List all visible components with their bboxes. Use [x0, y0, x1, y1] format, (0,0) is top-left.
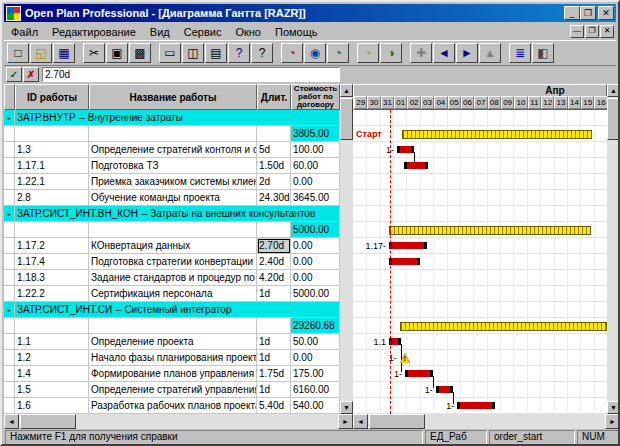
cost-cell[interactable]: 0.00 [291, 238, 340, 254]
name-cell[interactable]: Определение проекта [89, 334, 257, 350]
outline-marker[interactable] [4, 158, 15, 174]
task-bar[interactable] [389, 258, 420, 265]
outline-marker[interactable] [4, 398, 15, 414]
outline-marker[interactable] [4, 334, 15, 350]
table-row[interactable]: 1.1Определение проекта1d50.00 [4, 334, 340, 350]
scroll-left-icon[interactable]: ◄ [353, 414, 368, 429]
group-title-cell[interactable]: ЗАТР.ВНУТР -- Внутренние затраты [15, 110, 340, 126]
clock-actual-button[interactable]: ◑ [380, 43, 402, 63]
outline-marker[interactable] [4, 238, 15, 254]
name-cell[interactable]: Сертификация персонала [89, 286, 257, 302]
id-cell[interactable]: 1.22.1 [15, 174, 89, 190]
save-file-button[interactable]: ▦ [53, 43, 75, 63]
name-cell[interactable]: Подготовка ТЗ [89, 158, 257, 174]
add-activity-button[interactable]: ✚ [410, 43, 432, 63]
selected-duration-cell[interactable]: 2.70d [257, 238, 291, 254]
name-cell[interactable]: Подготовка стратегии конвертации [89, 254, 257, 270]
cost-cell[interactable]: 540.00 [291, 398, 340, 414]
table-row[interactable]: 1.18.3Задание стандартов и процедур по д… [4, 270, 340, 286]
name-cell[interactable]: Разработка рабочих планов проекта [89, 398, 257, 414]
open-file-button[interactable]: ◱ [30, 43, 52, 63]
outline-marker[interactable] [4, 366, 15, 382]
name-cell[interactable]: Определение стратегий управления и [89, 382, 257, 398]
scroll-right-icon[interactable]: ► [338, 414, 353, 429]
outline-marker[interactable]: - [4, 110, 15, 126]
window-maximize-button[interactable]: ❐ [580, 6, 596, 20]
scroll-right-icon[interactable]: ► [605, 414, 620, 429]
outline-marker[interactable]: - [4, 206, 15, 222]
summary-bar[interactable] [402, 130, 592, 139]
id-cell[interactable]: 1.1 [15, 334, 89, 350]
menu-edit[interactable]: Редактирование [45, 24, 143, 40]
cost-cell[interactable]: 0.00 [291, 350, 340, 366]
duration-cell[interactable]: 24.30d [257, 190, 291, 206]
task-bar[interactable] [457, 402, 494, 409]
menu-file[interactable]: Файл [4, 24, 45, 40]
mdi-restore-button[interactable]: ❐ [585, 25, 599, 38]
cost-cell[interactable]: 0.00 [291, 270, 340, 286]
outline-marker[interactable] [4, 142, 15, 158]
header-duration[interactable]: Длит. [257, 84, 291, 110]
duration-cell[interactable] [257, 126, 291, 142]
id-cell[interactable]: 1.18.3 [15, 270, 89, 286]
shift-left-button[interactable]: ◄ [433, 43, 455, 63]
window-close-button[interactable]: ✕ [598, 6, 614, 20]
table-vscroll-thumb[interactable] [340, 98, 353, 140]
table-row[interactable]: 1.6Разработка рабочих планов проекта5.40… [4, 398, 340, 414]
confirm-edit-button[interactable]: ✓ [6, 67, 22, 82]
table-row[interactable]: 1.5Определение стратегий управления и1d6… [4, 382, 340, 398]
id-cell[interactable]: 1.17.2 [15, 238, 89, 254]
window-minimize-button[interactable]: _ [564, 6, 580, 20]
table-row[interactable]: -ЗАТР.СИСТ_ИНТ.ВН_КОН -- Затраты на внеш… [4, 206, 340, 222]
duration-cell[interactable]: 1.50d [257, 158, 291, 174]
table-row[interactable]: 1.22.2Сертификация персонала1d5000.00 [4, 286, 340, 302]
clock-baseline-button[interactable]: ◔ [357, 43, 379, 63]
table-vscrollbar[interactable]: ▲ ▼ [340, 84, 353, 414]
name-cell[interactable]: Определение стратегий контоля и отч [89, 142, 257, 158]
outline-marker[interactable] [4, 350, 15, 366]
id-cell[interactable] [15, 222, 89, 238]
help-button[interactable]: ? [228, 43, 250, 63]
task-bar[interactable] [389, 338, 401, 345]
table-row[interactable]: 1.4Формирование планов управления1.75d17… [4, 366, 340, 382]
gantt-hscroll-thumb[interactable] [369, 414, 425, 429]
gantt-vscroll-thumb[interactable] [607, 98, 620, 140]
table-row[interactable]: 5000.00 [4, 222, 340, 238]
cost-cell[interactable]: 3645.00 [291, 190, 340, 206]
name-cell[interactable]: Формирование планов управления [89, 366, 257, 382]
name-cell[interactable]: Приемка заказчиком системы клиент [89, 174, 257, 190]
cost-cell[interactable]: 3805.00 [291, 126, 340, 142]
outline-marker[interactable] [4, 382, 15, 398]
duration-cell[interactable]: 1d [257, 382, 291, 398]
menu-view[interactable]: Вид [143, 24, 177, 40]
duration-cell[interactable]: 2.40d [257, 254, 291, 270]
scroll-down-icon[interactable]: ▼ [607, 401, 620, 414]
outline-marker[interactable]: - [4, 302, 15, 318]
cost-cell[interactable]: 0.00 [291, 254, 340, 270]
print-button[interactable]: ▭ [159, 43, 181, 63]
duration-cell[interactable]: 1d [257, 334, 291, 350]
paste-button[interactable]: ▩ [129, 43, 151, 63]
scroll-down-icon[interactable]: ▼ [340, 401, 353, 414]
mdi-minimize-button[interactable]: — [570, 25, 584, 38]
table-row[interactable]: 1.2Начало фазы планирования проекта1d0.0… [4, 350, 340, 366]
table-row[interactable]: 3805.00 [4, 126, 340, 142]
table-hscrollbar[interactable]: ◄ ► [4, 414, 353, 429]
duration-cell[interactable]: 5d [257, 142, 291, 158]
duration-cell[interactable]: 2d [257, 174, 291, 190]
table-row[interactable]: 1.17.1Подготовка ТЗ1.50d60.00 [4, 158, 340, 174]
cost-cell[interactable]: 0.00 [291, 174, 340, 190]
name-cell[interactable] [89, 222, 257, 238]
cost-cell[interactable]: 60.00 [291, 158, 340, 174]
id-cell[interactable]: 1.3 [15, 142, 89, 158]
outline-marker[interactable] [4, 222, 15, 238]
shift-right-button[interactable]: ► [456, 43, 478, 63]
outline-marker[interactable] [4, 126, 15, 142]
id-cell[interactable]: 1.17.4 [15, 254, 89, 270]
duration-cell[interactable]: 4.20d [257, 270, 291, 286]
table-row[interactable]: 1.17.4Подготовка стратегии конвертации2.… [4, 254, 340, 270]
header-id[interactable]: ID работы [15, 84, 89, 110]
group-title-cell[interactable]: ЗАТР.СИСТ_ИНТ.СИ -- Системный интегратор [15, 302, 340, 318]
table-row[interactable]: -ЗАТР.ВНУТР -- Внутренние затраты [4, 110, 340, 126]
name-cell[interactable]: Обучение команды проекта [89, 190, 257, 206]
